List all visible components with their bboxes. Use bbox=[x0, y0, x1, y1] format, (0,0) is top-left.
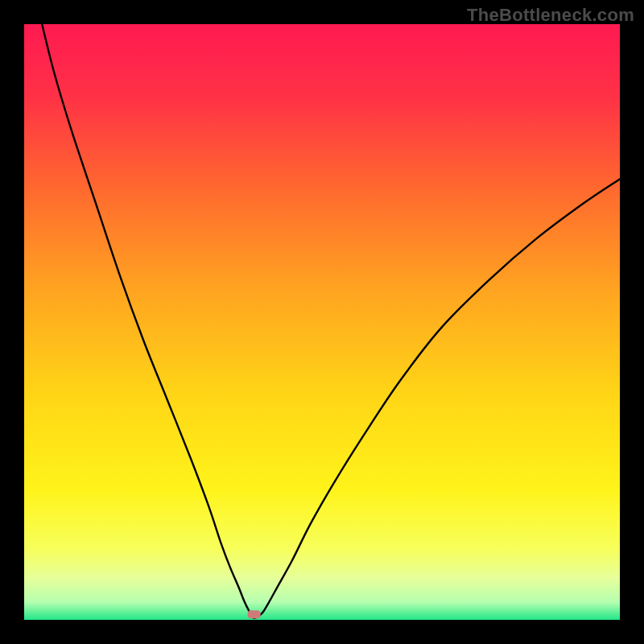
plot-background bbox=[24, 24, 620, 620]
bottleneck-chart bbox=[0, 0, 644, 644]
optimal-point-marker bbox=[248, 610, 261, 618]
chart-frame: TheBottleneck.com bbox=[0, 0, 644, 644]
